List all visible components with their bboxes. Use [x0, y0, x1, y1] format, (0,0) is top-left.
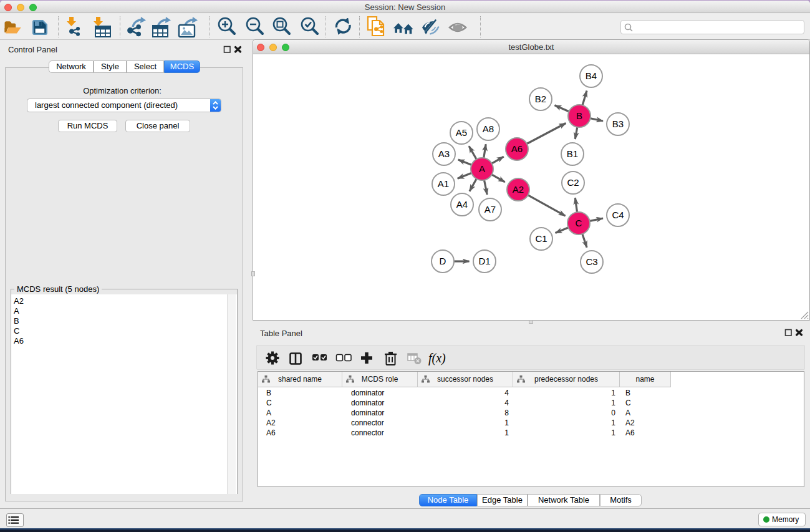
- svg-text:D1: D1: [478, 256, 490, 266]
- svg-text:A7: A7: [485, 204, 496, 215]
- svg-text:A4: A4: [456, 199, 468, 210]
- svg-text:C3: C3: [586, 256, 597, 267]
- svg-text:B4: B4: [586, 70, 597, 81]
- svg-text:A: A: [479, 163, 485, 174]
- svg-text:C2: C2: [567, 177, 579, 188]
- svg-text:B2: B2: [535, 94, 546, 104]
- svg-text:A5: A5: [456, 127, 467, 138]
- svg-text:B3: B3: [612, 118, 624, 129]
- svg-text:C: C: [576, 218, 582, 228]
- svg-text:A8: A8: [483, 123, 494, 134]
- svg-text:C1: C1: [535, 233, 547, 244]
- svg-text:D: D: [440, 256, 446, 266]
- svg-text:A1: A1: [438, 178, 449, 189]
- svg-text:A6: A6: [511, 143, 523, 154]
- svg-text:B1: B1: [567, 148, 578, 159]
- svg-text:f(x): f(x): [428, 351, 446, 365]
- svg-text:B: B: [576, 110, 582, 121]
- svg-text:A2: A2: [513, 184, 524, 195]
- svg-text:C4: C4: [612, 210, 624, 220]
- svg-text:A3: A3: [438, 148, 450, 159]
